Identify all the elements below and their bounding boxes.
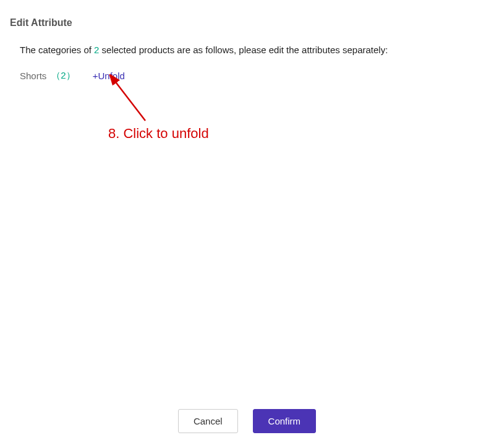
instruction-suffix: selected products are as follows, please… (99, 45, 388, 55)
category-name: Shorts (20, 71, 46, 81)
category-row: Shorts （2） +Unfold (20, 70, 474, 82)
confirm-button[interactable]: Confirm (253, 409, 317, 433)
annotation-text: 8. Click to unfold (108, 126, 209, 142)
dialog-title: Edit Attribute (0, 0, 494, 28)
category-count: （2） (51, 70, 75, 82)
cancel-button[interactable]: Cancel (178, 409, 238, 433)
annotation-arrow-icon (108, 74, 151, 124)
dialog-content: The categories of 2 selected products ar… (0, 28, 494, 82)
svg-line-1 (114, 80, 145, 121)
instruction-prefix: The categories of (20, 45, 94, 55)
dialog-footer: Cancel Confirm (0, 409, 494, 433)
instruction-text: The categories of 2 selected products ar… (20, 45, 474, 55)
